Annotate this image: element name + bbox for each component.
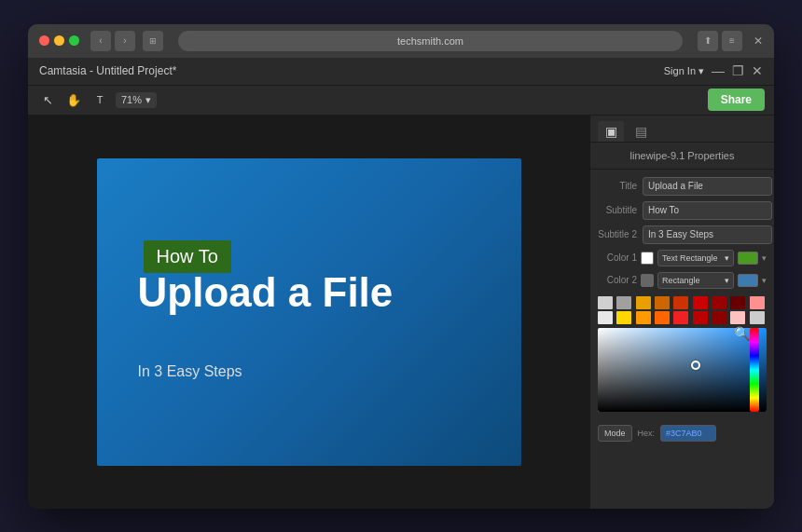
color1-type-text: Text Rectangle: [662, 253, 718, 263]
subtitle-input[interactable]: [643, 201, 772, 220]
color2-swatch[interactable]: [641, 274, 654, 287]
properties-tab[interactable]: ▣: [598, 121, 624, 142]
swatch-item[interactable]: [693, 311, 708, 324]
color1-chevron: ▾: [725, 253, 729, 263]
address-bar[interactable]: techsmith.com: [178, 31, 683, 51]
browser-close-button[interactable]: ✕: [754, 34, 763, 48]
title-label: Title: [598, 181, 637, 191]
cursor-tool[interactable]: ↖: [37, 89, 58, 110]
swatch-item[interactable]: [598, 311, 613, 324]
slide-canvas: How To Upload a File In 3 Easy Steps: [97, 158, 521, 466]
swatch-item[interactable]: [712, 311, 726, 324]
title-property-row: Title a ▾: [598, 177, 767, 196]
color-mode-row: Mode Hex:: [590, 419, 774, 442]
swatch-item[interactable]: [750, 296, 765, 309]
color1-small-swatch[interactable]: [738, 252, 758, 265]
color1-swatch[interactable]: [641, 252, 654, 265]
hue-bar[interactable]: [750, 328, 759, 412]
how-to-text: How To: [157, 246, 218, 266]
app-titlebar-right: Sign In ▾ — ❐ ✕: [664, 63, 763, 78]
share-button[interactable]: Share: [708, 89, 765, 111]
color2-arrow[interactable]: ▾: [762, 276, 767, 285]
browser-chrome: ‹ › ⊞ techsmith.com ⬆ ≡ ✕: [28, 24, 774, 58]
reading-mode-button[interactable]: ≡: [722, 31, 742, 51]
subtitle2-label: Subtitle 2: [598, 229, 637, 239]
subtitle-property-row: Subtitle a ▾: [598, 201, 767, 220]
mode-button[interactable]: Mode: [598, 425, 632, 442]
main-content: How To Upload a File In 3 Easy Steps ▣: [28, 116, 774, 509]
swatch-item[interactable]: [750, 311, 765, 324]
color-picker-area: 🔍: [590, 328, 774, 419]
swatch-item[interactable]: [673, 311, 688, 324]
panel-tabs: ▣ ▤: [590, 116, 774, 143]
browser-nav: ‹ ›: [90, 31, 135, 51]
close-button[interactable]: ✕: [752, 63, 763, 78]
window-controls: — ❐ ✕: [712, 63, 763, 78]
minimize-traffic-light[interactable]: [54, 35, 64, 46]
signin-arrow: ▾: [698, 65, 704, 77]
share-browser-button[interactable]: ⬆: [698, 31, 718, 51]
zoom-chevron: ▾: [145, 94, 151, 106]
subtitle-box: In 3 Easy Steps: [138, 363, 242, 380]
browser-actions: ⬆ ≡: [698, 31, 742, 51]
how-to-box: How To: [144, 240, 231, 273]
swatch-item[interactable]: [655, 296, 670, 309]
color1-row: Color 1 Text Rectangle ▾ ▾: [598, 250, 767, 266]
color2-label: Color 2: [598, 275, 637, 285]
app-title: Camtasia - Untitled Project*: [39, 64, 176, 77]
panel-body: Title a ▾ Subtitle a ▾ Subtitle 2: [590, 170, 774, 296]
subtitle-text: In 3 Easy Steps: [138, 363, 242, 379]
swatch-item[interactable]: [730, 296, 745, 309]
swatch-item[interactable]: [598, 296, 613, 309]
app-toolbar: ↖ ✋ T 71% ▾ Share: [28, 86, 774, 116]
color2-type-text: Rectangle: [662, 276, 700, 285]
swatch-item[interactable]: [730, 311, 745, 324]
eyedropper-button[interactable]: 🔍: [734, 326, 750, 341]
app-titlebar: Camtasia - Untitled Project* Sign In ▾ —…: [28, 58, 774, 86]
main-title-text: Upload a File: [138, 269, 394, 315]
properties-panel: ▣ ▤ linewipe-9.1 Properties Title a ▾: [589, 116, 774, 509]
title-input[interactable]: [643, 177, 772, 196]
signin-label: Sign In: [664, 65, 696, 76]
subtitle2-property-row: Subtitle 2 a ▾: [598, 225, 767, 244]
zoom-control[interactable]: 71% ▾: [116, 92, 157, 108]
swatch-item[interactable]: [616, 296, 631, 309]
swatch-item[interactable]: [693, 296, 708, 309]
minimize-button[interactable]: —: [712, 63, 725, 78]
color1-arrow[interactable]: ▾: [762, 253, 767, 263]
color1-label: Color 1: [598, 252, 637, 263]
app-area: Camtasia - Untitled Project* Sign In ▾ —…: [28, 58, 774, 509]
forward-button[interactable]: ›: [115, 31, 135, 51]
media-tab[interactable]: ▤: [628, 121, 654, 142]
panel-title: linewipe-9.1 Properties: [590, 143, 774, 170]
color2-row: Color 2 Rectangle ▾ ▾: [598, 272, 767, 289]
hex-label: Hex:: [638, 429, 656, 438]
swatch-item[interactable]: [636, 311, 651, 324]
back-button[interactable]: ‹: [90, 31, 111, 51]
address-text: techsmith.com: [397, 35, 463, 47]
swatch-item[interactable]: [712, 296, 726, 309]
text-tool[interactable]: T: [90, 89, 110, 110]
traffic-lights: [39, 35, 79, 46]
color2-dropdown[interactable]: Rectangle ▾: [657, 272, 734, 289]
canvas-area[interactable]: How To Upload a File In 3 Easy Steps: [28, 116, 589, 509]
swatches-grid: [598, 296, 767, 324]
swatches-section: [590, 296, 774, 328]
main-title-box: Upload a File: [138, 270, 394, 315]
swatch-item[interactable]: [616, 311, 631, 324]
close-traffic-light[interactable]: [39, 35, 49, 46]
hand-tool[interactable]: ✋: [63, 89, 84, 110]
maximize-traffic-light[interactable]: [69, 35, 79, 46]
swatch-item[interactable]: [673, 296, 688, 309]
subtitle-label: Subtitle: [598, 205, 637, 215]
swatch-item[interactable]: [636, 296, 651, 309]
hex-input[interactable]: [660, 425, 716, 442]
color2-small-swatch[interactable]: [738, 274, 758, 287]
new-tab-button[interactable]: ⊞: [143, 31, 163, 51]
subtitle2-input[interactable]: [643, 225, 772, 244]
browser-window: ‹ › ⊞ techsmith.com ⬆ ≡ ✕ Camtasia - Unt…: [28, 24, 774, 509]
swatch-item[interactable]: [655, 311, 670, 324]
signin-button[interactable]: Sign In ▾: [664, 65, 704, 77]
color1-dropdown[interactable]: Text Rectangle ▾: [657, 250, 734, 266]
restore-button[interactable]: ❐: [732, 63, 744, 78]
